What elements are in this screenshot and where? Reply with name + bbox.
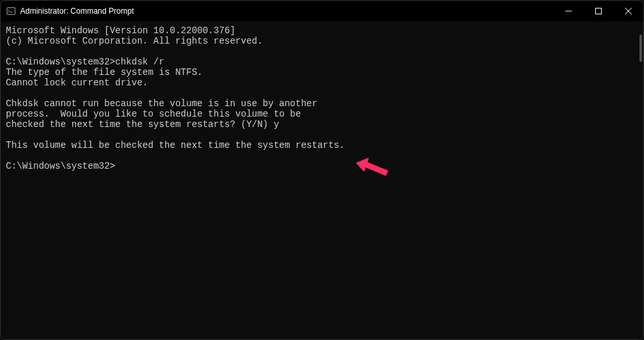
terminal-area[interactable]: Microsoft Windows [Version 10.0.22000.37…: [1, 21, 643, 339]
svg-rect-3: [596, 8, 602, 14]
maximize-button[interactable]: [584, 1, 613, 21]
scrollbar-thumb[interactable]: [639, 35, 642, 62]
command-prompt-icon: [6, 6, 16, 16]
close-button[interactable]: [613, 1, 643, 21]
svg-rect-0: [7, 8, 15, 15]
scrollbar-track[interactable]: [637, 25, 642, 335]
terminal-output: Microsoft Windows [Version 10.0.22000.37…: [6, 25, 638, 171]
window-title: Administrator: Command Prompt: [20, 7, 134, 16]
titlebar[interactable]: Administrator: Command Prompt: [1, 1, 643, 21]
minimize-button[interactable]: [554, 1, 584, 21]
command-prompt-window: Administrator: Command Prompt Micr: [0, 0, 644, 340]
titlebar-left: Administrator: Command Prompt: [6, 6, 134, 16]
window-controls: [554, 1, 643, 21]
